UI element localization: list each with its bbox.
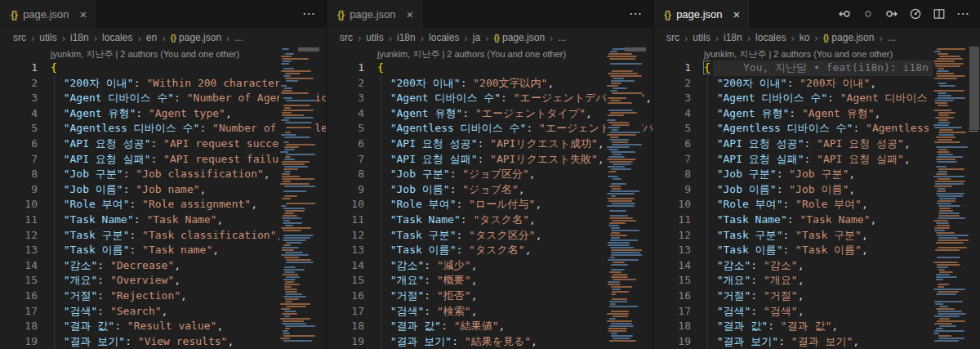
code-line[interactable]: 7 API 요청 실패: API 요청 실패, — [653, 152, 980, 168]
code-line[interactable]: 12 Task 구분: Task classification, — [0, 228, 326, 244]
code-line[interactable]: 15 개요: Overview, — [0, 273, 326, 289]
code-line[interactable]: 17 검색: 検索, — [327, 304, 653, 320]
breadcrumb-item[interactable]: ... — [887, 32, 897, 43]
code-line[interactable]: 2 200자 이내: 200자 이내, — [653, 76, 980, 92]
code-line[interactable]: 13 Task 이름: Task name, — [0, 243, 326, 258]
code-line[interactable]: 15 개요: 概要, — [327, 273, 653, 289]
code-line[interactable]: 14 감소: 減少, — [327, 258, 653, 274]
split-editor-icon[interactable] — [933, 7, 946, 20]
code-line[interactable]: 6 API 요청 성공: APIリクエスト成功, — [327, 136, 653, 152]
breadcrumb-item[interactable]: utils — [365, 32, 384, 43]
code-line[interactable]: 3 Agent 디바이스 수: Agent 디바이스 수, — [653, 91, 980, 106]
breadcrumb-item[interactable]: src — [666, 32, 680, 43]
code-line[interactable]: 16 거절: 거절, — [653, 289, 980, 304]
gitlens-authors-lens[interactable]: jyunkim, 지난주 | 2 authors (You and one ot… — [0, 47, 326, 60]
code-editor[interactable]: jyunkim, 지난주 | 2 authors (You and one ot… — [0, 47, 326, 349]
code-line[interactable]: 3 Agent 디바이스 수: Number of Agent devices, — [0, 91, 326, 106]
code-line[interactable]: 13 Task 이름: Task 이름, — [653, 243, 980, 258]
code-line[interactable]: 16 거절: Rejection, — [0, 289, 326, 304]
code-line[interactable]: 14 감소: 감소, — [653, 258, 980, 274]
tab-page-json[interactable]: {}page.json× — [653, 0, 749, 28]
minimap[interactable] — [933, 47, 969, 349]
code-line[interactable]: 19 결과 보기: 결과 보기, — [653, 334, 980, 349]
code-line[interactable]: 5 Agentless 디바이스 수: Number of Agentless … — [0, 121, 326, 136]
code-line[interactable]: 17 검색: 검색, — [653, 304, 980, 320]
code-line[interactable]: 18 결과 값: 結果値, — [327, 319, 653, 334]
breadcrumb-item[interactable]: utils — [692, 32, 710, 43]
breadcrumb-item[interactable]: {}page.json — [169, 32, 222, 43]
code-line[interactable]: 10 Role 부여: ロール付与, — [327, 197, 653, 213]
breadcrumb-item[interactable]: utils — [38, 32, 57, 43]
tab-close-icon[interactable]: × — [80, 8, 87, 20]
breadcrumb-item[interactable]: locales — [101, 32, 133, 43]
vertical-scrollbar-thumb[interactable] — [969, 47, 979, 130]
breadcrumb-item[interactable]: ja — [472, 32, 481, 43]
code-line[interactable]: 17 검색: Search, — [0, 304, 326, 320]
breadcrumb-item[interactable]: locales — [755, 32, 786, 43]
minimap-slider[interactable] — [298, 47, 319, 51]
gitlens-annotations-icon[interactable] — [909, 7, 922, 20]
minimap[interactable] — [606, 47, 642, 349]
code-line[interactable]: 1{ — [0, 60, 326, 76]
code-line[interactable]: 15 개요: 개요, — [653, 273, 980, 289]
gitlens-authors-lens[interactable]: jyunkim, 지난주 | 2 authors (You and one ot… — [327, 47, 653, 60]
code-editor[interactable]: jyunkim, 지난주 | 2 authors (You and one ot… — [327, 47, 653, 349]
previous-change-icon[interactable] — [838, 7, 851, 20]
code-line[interactable]: 4 Agent 유형: エージェントタイプ, — [327, 106, 653, 122]
code-line[interactable]: 9 Job 이름: Job 이름, — [653, 182, 980, 198]
code-line[interactable]: 10 Role 부여: Role 부여, — [653, 197, 980, 213]
code-line[interactable]: 19 결과 보기: View results, — [0, 334, 326, 349]
minimap-slider[interactable] — [625, 47, 646, 51]
next-change-icon[interactable] — [885, 7, 898, 20]
code-line[interactable]: 11 Task Name: Task Name, — [0, 213, 326, 228]
breadcrumb-item[interactable]: ... — [234, 32, 243, 43]
code-line[interactable]: 6 API 요청 성공: API request success, — [0, 136, 326, 152]
code-line[interactable]: 3 Agent 디바이스 수: エージェントデバイス数, — [327, 91, 653, 106]
code-line[interactable]: 6 API 요청 성공: API 요청 성공, — [653, 136, 980, 152]
code-line[interactable]: 11 Task Name: タスク名, — [327, 213, 653, 228]
more-actions-icon[interactable]: ⋯ — [302, 7, 315, 20]
breadcrumb-item[interactable]: {}page.json — [492, 32, 546, 43]
code-line[interactable]: 10 Role 부여: Role assignment, — [0, 197, 326, 213]
code-line[interactable]: 11 Task Name: Task Name, — [653, 213, 980, 228]
change-indicator-icon[interactable] — [862, 7, 875, 20]
breadcrumb-item[interactable]: i18n — [69, 32, 90, 43]
breadcrumb-item[interactable]: ko — [799, 32, 811, 43]
code-line[interactable]: 7 API 요청 실패: API request failure, — [0, 152, 326, 168]
tab-page-json[interactable]: {}page.json× — [327, 0, 422, 28]
code-line[interactable]: 8 Job 구분: Job 구분, — [653, 167, 980, 182]
code-line[interactable]: 18 결과 값: Result value, — [0, 319, 326, 334]
code-line[interactable]: 4 Agent 유형: Agent type, — [0, 106, 326, 122]
more-actions-icon[interactable]: ⋯ — [629, 7, 642, 20]
breadcrumb-item[interactable]: locales — [428, 32, 460, 43]
code-line[interactable]: 2 200자 이내: Within 200 characters, — [0, 76, 326, 92]
code-line[interactable]: 4 Agent 유형: Agent 유형, — [653, 106, 980, 122]
breadcrumb-item[interactable]: en — [145, 32, 158, 43]
breadcrumb-item[interactable]: {}page.json — [822, 32, 875, 43]
breadcrumb-item[interactable]: src — [339, 32, 354, 43]
code-line[interactable]: 8 Job 구분: ジョブ区分, — [327, 167, 653, 182]
breadcrumb-item[interactable]: i18n — [396, 32, 416, 43]
breadcrumb-item[interactable]: src — [12, 32, 27, 43]
tab-close-icon[interactable]: × — [733, 8, 741, 20]
breadcrumb-item[interactable]: i18n — [723, 32, 743, 43]
tab-close-icon[interactable]: × — [407, 8, 414, 20]
tab-page-json[interactable]: {}page.json× — [0, 0, 96, 28]
code-line[interactable]: 9 Job 이름: ジョブ名, — [327, 182, 653, 198]
code-line[interactable]: 7 API 요청 실패: APIリクエスト失敗, — [327, 152, 653, 168]
code-line[interactable]: 1{ — [327, 60, 653, 76]
code-line[interactable]: 8 Job 구분: Job classification, — [0, 167, 326, 182]
breadcrumb-item[interactable]: ... — [557, 32, 567, 43]
code-line[interactable]: 12 Task 구분: Task 구분, — [653, 228, 980, 244]
code-line[interactable]: 5 Agentless 디바이스 수: Agentless 디바이스 수, — [653, 121, 980, 136]
code-line[interactable]: 19 결과 보기: 結果を見る, — [327, 334, 653, 349]
code-line[interactable]: 9 Job 이름: Job name, — [0, 182, 326, 198]
code-line[interactable]: 1{You, 지난달 • feat(i18n): i18n — [653, 60, 980, 76]
more-actions-icon[interactable]: ⋯ — [956, 7, 969, 20]
gitlens-authors-lens[interactable]: jyunkim, 지난주 | 2 authors (You and one ot… — [653, 47, 980, 60]
code-line[interactable]: 16 거절: 拒否, — [327, 289, 653, 304]
code-line[interactable]: 2 200자 이내: 200文字以内, — [327, 76, 653, 92]
code-line[interactable]: 18 결과 값: 결과 값, — [653, 319, 980, 334]
code-line[interactable]: 14 감소: Decrease, — [0, 258, 326, 274]
code-editor[interactable]: jyunkim, 지난주 | 2 authors (You and one ot… — [653, 47, 980, 349]
